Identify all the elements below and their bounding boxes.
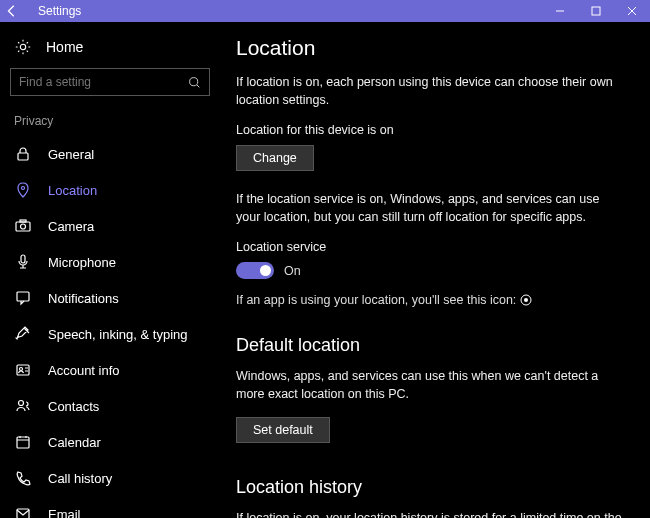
lock-icon [14,145,32,163]
toggle-state: On [284,264,301,278]
sidebar-item-contacts[interactable]: Contacts [0,388,220,424]
sidebar-item-label: Calendar [48,435,101,450]
svg-point-17 [524,298,528,302]
main-panel: Location If location is on, each person … [220,22,650,518]
svg-rect-3 [18,153,28,160]
heading-history: Location history [236,477,626,498]
sidebar-item-camera[interactable]: Camera [0,208,220,244]
gear-icon [14,38,32,56]
camera-icon [14,217,32,235]
sidebar-item-notifications[interactable]: Notifications [0,280,220,316]
account-icon [14,361,32,379]
location-service-toggle[interactable]: On [236,262,626,279]
sidebar-item-label: Camera [48,219,94,234]
svg-point-12 [19,401,24,406]
svg-rect-10 [17,365,29,375]
location-indicator-icon [520,294,532,306]
speech-icon [14,325,32,343]
notifications-icon [14,289,32,307]
set-default-button[interactable]: Set default [236,417,330,443]
sidebar-item-speech[interactable]: Speech, inking, & typing [0,316,220,352]
sidebar-item-email[interactable]: Email [0,496,220,518]
service-label: Location service [236,240,626,254]
sidebar-item-general[interactable]: General [0,136,220,172]
search-input[interactable] [19,75,188,89]
svg-point-11 [20,368,23,371]
device-status-text: Location for this device is on [236,123,626,137]
svg-rect-5 [16,222,30,231]
maximize-button[interactable] [578,0,614,22]
heading-default: Default location [236,335,626,356]
location-icon [14,181,32,199]
search-icon [188,76,201,89]
svg-rect-13 [17,437,29,448]
svg-point-2 [190,77,198,85]
microphone-icon [14,253,32,271]
svg-rect-7 [20,220,26,222]
back-button[interactable] [0,0,24,22]
service-text: If the location service is on, Windows, … [236,191,626,226]
heading-location: Location [236,36,626,60]
sidebar-item-calendar[interactable]: Calendar [0,424,220,460]
intro-text: If location is on, each person using thi… [236,74,626,109]
toggle-switch[interactable] [236,262,274,279]
home-button[interactable]: Home [0,32,220,68]
window-title: Settings [38,4,81,18]
sidebar-item-label: General [48,147,94,162]
sidebar: Home Privacy General Location Camera Mic… [0,22,220,518]
sidebar-item-label: Account info [48,363,120,378]
calendar-icon [14,433,32,451]
icon-hint: If an app is using your location, you'll… [236,293,626,307]
default-text: Windows, apps, and services can use this… [236,368,626,403]
search-box[interactable] [10,68,210,96]
sidebar-item-label: Notifications [48,291,119,306]
history-text: If location is on, your location history… [236,510,626,518]
svg-rect-8 [21,255,25,263]
sidebar-item-account[interactable]: Account info [0,352,220,388]
sidebar-item-label: Microphone [48,255,116,270]
sidebar-item-location[interactable]: Location [0,172,220,208]
window-controls [542,0,650,22]
minimize-button[interactable] [542,0,578,22]
category-label: Privacy [0,110,220,136]
svg-point-6 [21,224,26,229]
content: Home Privacy General Location Camera Mic… [0,22,650,518]
sidebar-item-label: Speech, inking, & typing [48,327,187,342]
sidebar-item-label: Contacts [48,399,99,414]
email-icon [14,505,32,518]
home-label: Home [46,39,83,55]
change-button[interactable]: Change [236,145,314,171]
svg-rect-9 [17,292,29,301]
sidebar-item-label: Call history [48,471,112,486]
svg-rect-0 [592,7,600,15]
sidebar-item-microphone[interactable]: Microphone [0,244,220,280]
svg-rect-14 [17,509,29,518]
svg-point-4 [22,187,25,190]
phone-icon [14,469,32,487]
svg-point-1 [20,44,25,49]
sidebar-item-label: Location [48,183,97,198]
sidebar-item-callhistory[interactable]: Call history [0,460,220,496]
sidebar-item-label: Email [48,507,81,519]
contacts-icon [14,397,32,415]
titlebar: Settings [0,0,650,22]
close-button[interactable] [614,0,650,22]
